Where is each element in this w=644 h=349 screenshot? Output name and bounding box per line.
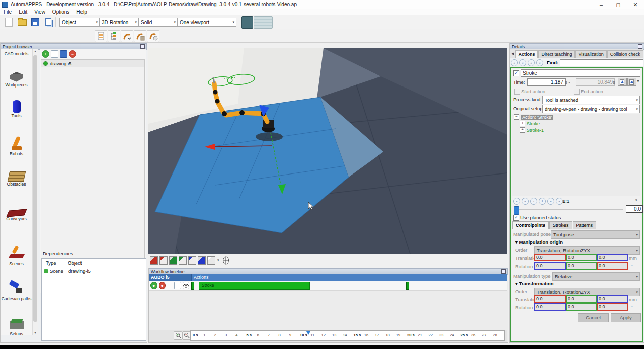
tab-actions[interactable]: Actions <box>515 50 538 58</box>
transform-rx-input[interactable]: 0.0 <box>597 303 628 311</box>
tab-collision-check[interactable]: Collision check <box>607 50 643 58</box>
menu-item-edit[interactable]: Edit <box>15 9 31 15</box>
save-scene-button[interactable] <box>60 50 67 58</box>
fast-backward-button[interactable]: « <box>522 198 529 205</box>
timeline-track[interactable]: ● ● Stroke <box>149 281 507 291</box>
timeline-run-button[interactable]: ● <box>150 282 157 289</box>
grid-panel-button[interactable] <box>254 16 273 29</box>
rotation-unit[interactable]: ° <box>631 305 633 310</box>
ruler[interactable]: 0 s12345 s678910 s1112131415 s1617181920… <box>190 330 505 341</box>
transform-rz-input[interactable]: 0.0 <box>534 303 566 311</box>
sidebar-item-cartesian-paths[interactable]: Cartesian paths <box>1 280 32 312</box>
transform-ty-input[interactable]: 0.0 <box>566 295 597 303</box>
panel-maximize-icon[interactable] <box>140 44 145 49</box>
menu-item-view[interactable]: View <box>31 9 49 15</box>
hierarchy-button[interactable] <box>108 30 120 42</box>
origin-ry-input[interactable]: 0.0 <box>566 262 597 270</box>
remove-scene-button[interactable]: − <box>69 50 76 58</box>
apply-time-start-button[interactable] <box>618 78 627 86</box>
tree-row-stroke-1[interactable]: + Stroke-1 <box>512 127 640 133</box>
time-start-input[interactable]: 1.187 <box>527 78 566 86</box>
action-enabled-checkbox[interactable]: ✓ <box>513 70 519 76</box>
skip-end-button[interactable]: » <box>556 198 563 205</box>
expand-icon[interactable]: + <box>520 127 525 133</box>
chevron-down-icon[interactable]: ▾ <box>217 258 219 263</box>
find-input[interactable] <box>560 59 643 66</box>
stroke-action-bar[interactable]: Stroke <box>199 282 310 290</box>
pause-button[interactable]: ‖ <box>539 198 546 205</box>
start-action-checkbox[interactable] <box>514 89 520 95</box>
view-left-red-button[interactable] <box>150 256 158 265</box>
sidebar-item-robots[interactable]: Robots <box>1 135 32 167</box>
category-scrollbar[interactable]: ▲ ▼ <box>32 49 38 335</box>
view-top-blue-button[interactable] <box>188 256 196 265</box>
last-action-button[interactable]: « <box>536 59 543 66</box>
next-action-button[interactable]: « <box>528 59 535 66</box>
copy-button[interactable] <box>43 17 53 27</box>
timeline-robot-label[interactable]: AUBO i5 <box>149 274 191 281</box>
play-button[interactable]: › <box>530 198 537 205</box>
list-item-drawing-i5[interactable]: drawing i5 <box>41 60 144 67</box>
add-scene-button[interactable]: + <box>42 50 49 58</box>
sidebar-item-workpieces[interactable]: Workpieces <box>1 66 32 99</box>
ruler-zoom-in-button[interactable] <box>174 331 182 340</box>
scroll-down-icon[interactable]: ▼ <box>33 331 38 334</box>
original-setup-dropdown[interactable]: drawing-w-pen - drawing - drawing tool ▾ <box>542 105 640 113</box>
sidebar-item-tools[interactable]: Tools <box>1 100 32 132</box>
use-planned-status-checkbox[interactable]: ✓ <box>513 215 519 221</box>
action-name-input[interactable]: Stroke <box>521 69 640 77</box>
tab-visualization[interactable]: Visualization <box>575 50 606 58</box>
process-kind-dropdown[interactable]: Tool is attached ▾ <box>542 96 640 104</box>
sidebar-item-setups[interactable]: Setups <box>1 315 32 335</box>
close-button[interactable]: ✕ <box>627 1 644 9</box>
sidebar-item-obstacles[interactable]: Obstacles <box>1 171 32 204</box>
dropdown-3d-rotation[interactable]: 3D-Rotation▾ <box>99 18 139 27</box>
panel-maximize-icon[interactable] <box>501 269 506 274</box>
subtab-strokes[interactable]: Strokes <box>549 221 572 229</box>
tabs-scroll-left-icon[interactable]: ◀ <box>510 52 515 58</box>
menu-item-options[interactable]: Options <box>49 9 73 15</box>
first-action-button[interactable]: « <box>511 59 518 66</box>
timeline-visibility-button[interactable] <box>183 282 190 289</box>
action-marker-start[interactable] <box>191 282 194 290</box>
transform-tx-input[interactable]: 0.0 <box>534 295 566 303</box>
robot-path-button[interactable] <box>121 30 133 42</box>
tab-direct-teaching[interactable]: Direct teaching <box>538 50 575 58</box>
origin-rz-input[interactable]: 0.0 <box>534 262 566 270</box>
robot-sphere-button[interactable] <box>147 30 159 42</box>
subtab-patterns[interactable]: Patterns <box>573 221 597 229</box>
table-row[interactable]: Scene drawing-i5 <box>42 267 146 275</box>
edit-scene-button[interactable] <box>51 50 58 58</box>
panel-maximize-icon[interactable] <box>638 44 642 49</box>
transform-ry-input[interactable]: 0.0 <box>566 303 597 311</box>
console-toggle-button[interactable] <box>242 16 253 29</box>
mouse-mode-button[interactable] <box>222 256 230 265</box>
maximize-button[interactable]: ◻ <box>610 1 627 9</box>
new-file-button[interactable] <box>4 17 14 27</box>
origin-rx-input[interactable]: 0.0 <box>597 262 628 270</box>
timeline-edit-button[interactable] <box>174 282 181 289</box>
detail-position-input[interactable]: 0.0 <box>626 205 643 213</box>
previous-action-button[interactable]: « <box>519 59 526 66</box>
timeline-stop-button[interactable]: ● <box>159 282 166 289</box>
origin-tx-input[interactable]: 0.0 <box>534 254 566 261</box>
cancel-button[interactable]: Cancel <box>578 313 609 322</box>
view-front-green-button[interactable] <box>169 256 177 265</box>
sidebar-item-conveyors[interactable]: Conveyors <box>1 210 32 242</box>
tree-row-root[interactable]: − Action: 'Stroke' <box>512 114 640 120</box>
chevron-down-icon[interactable]: ▾ <box>635 198 637 202</box>
action-marker-end[interactable] <box>406 282 409 290</box>
detail-slider-track[interactable] <box>514 209 623 210</box>
robot-attach-button[interactable] <box>134 30 146 42</box>
scroll-up-icon[interactable]: ▲ <box>33 50 38 53</box>
menu-item-file[interactable]: File <box>0 9 15 15</box>
scrollbar-thumb[interactable] <box>33 55 37 322</box>
origin-tz-input[interactable]: 0.0 <box>597 254 628 261</box>
apply-button[interactable]: Apply <box>611 313 641 322</box>
manipulation-type-dropdown[interactable]: Relative ▾ <box>552 272 640 281</box>
translation-unit[interactable]: mm <box>629 255 637 261</box>
view-iso-button[interactable] <box>207 256 215 265</box>
dropdown-object[interactable]: Object▾ <box>59 18 100 27</box>
detail-slider-handle[interactable] <box>514 206 519 215</box>
3d-viewport[interactable] <box>148 48 507 254</box>
